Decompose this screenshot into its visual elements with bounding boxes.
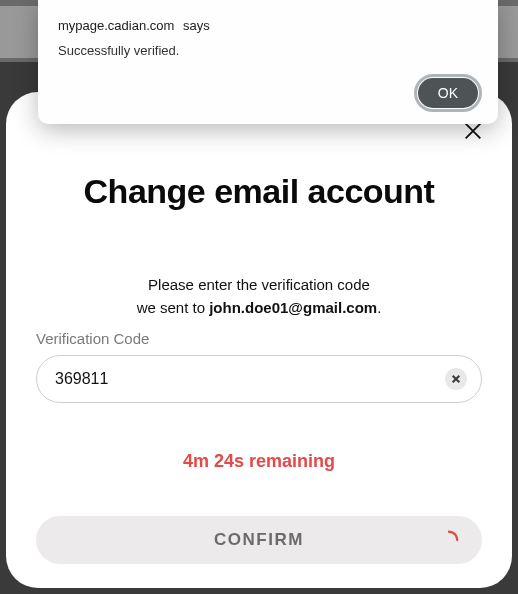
confirm-button-label: CONFIRM — [214, 530, 304, 549]
target-email: john.doe01@gmail.com — [209, 299, 377, 316]
verification-code-label: Verification Code — [36, 330, 482, 347]
instruction-line2: we sent to john.doe01@gmail.com. — [36, 296, 482, 319]
instruction-line1: Please enter the verification code — [36, 273, 482, 296]
instruction-text: Please enter the verification code we se… — [36, 273, 482, 320]
alert-message: Successfully verified. — [58, 43, 478, 58]
browser-alert-dialog: mypage.cadian.com says Successfully veri… — [38, 0, 498, 124]
alert-actions: OK — [58, 78, 478, 108]
countdown-timer: 4m 24s remaining — [36, 451, 482, 472]
alert-says: says — [183, 18, 210, 33]
change-email-modal: Change email account Please enter the ve… — [6, 92, 512, 588]
alert-ok-button[interactable]: OK — [418, 78, 478, 108]
verification-code-field[interactable] — [36, 355, 482, 403]
alert-host: mypage.cadian.com — [58, 18, 174, 33]
clear-input-icon[interactable] — [445, 368, 467, 390]
modal-title: Change email account — [36, 172, 482, 211]
confirm-button[interactable]: CONFIRM — [36, 516, 482, 564]
verification-code-input[interactable] — [55, 370, 433, 388]
alert-header: mypage.cadian.com says — [58, 18, 478, 33]
loading-spinner-icon — [438, 529, 460, 551]
